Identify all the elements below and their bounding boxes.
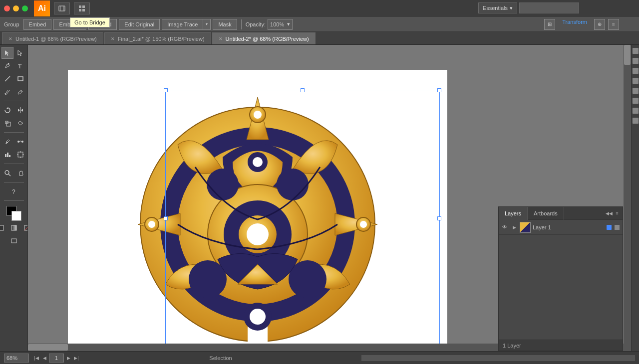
canvas-area[interactable]: Layers Artboards ◀◀ ≡ 👁 ▶ Layer 1 1 Laye… [28,45,631,351]
image-trace-button[interactable]: Image Trace [162,19,203,30]
artboards-tab[interactable]: Artboards [528,207,564,220]
zoom-tool[interactable] [1,167,13,179]
selection-tool[interactable] [1,47,13,59]
tab-untitled1[interactable]: ✕ Untitled-1 @ 68% (RGB/Preview) [2,32,103,44]
nav-next[interactable]: ▶ [65,355,72,362]
layout-button[interactable] [74,2,90,14]
svg-rect-6 [82,9,85,11]
no-fill[interactable] [21,222,28,234]
tab-untitled2[interactable]: ✕ Untitled-2* @ 68% (RGB/Preview) [212,32,316,44]
bridge-button[interactable] [54,2,70,14]
svg-rect-4 [82,5,85,8]
tool-row-8 [1,149,26,161]
pencil-tool[interactable] [14,86,26,98]
layer-visibility[interactable]: 👁 [501,223,509,231]
nav-buttons: |◀ ◀ ▶ ▶| [33,354,80,363]
maximize-button[interactable] [22,5,28,11]
tab-close-2[interactable]: ✕ [111,36,115,41]
tab-close-1[interactable]: ✕ [8,36,12,41]
transform-button[interactable]: Transform [558,19,591,30]
zoom-input[interactable] [4,354,29,363]
nav-prev[interactable]: ◀ [41,355,48,362]
left-toolbar: T [0,45,28,351]
svg-rect-17 [5,154,6,157]
screen-mode-button[interactable] [8,235,20,247]
close-button[interactable] [4,5,10,11]
nav-last[interactable]: ▶| [73,355,80,362]
svg-point-54 [277,169,309,200]
canvas [68,70,447,351]
layer-color-indicator [607,225,612,230]
vertical-scrollbar[interactable] [624,45,631,344]
tab-close-3[interactable]: ✕ [219,36,223,41]
layers-panel-expand[interactable]: ≡ [614,210,621,217]
gradient-fill[interactable] [8,222,20,234]
scale-tool[interactable] [1,117,13,129]
layer-expand[interactable]: ▶ [511,224,518,231]
artboard-tool[interactable] [14,149,26,161]
align-button[interactable]: ⊞ [544,19,555,30]
nav-first[interactable]: |◀ [33,355,40,362]
hscroll-thumb[interactable] [28,344,68,351]
titlebar: Ai Go to Bridge Essentials ▾ [0,0,639,17]
type-tool[interactable]: T [14,60,26,72]
search-box[interactable] [519,2,579,13]
eyedropper-tool[interactable] [1,136,13,148]
opacity-input[interactable]: 100% ▾ [268,19,293,30]
control-right: ⊞ Transform ⊕ ≡ [544,19,619,30]
vscroll-thumb[interactable] [624,45,631,65]
transform-tool[interactable] [14,117,26,129]
minimize-button[interactable] [13,5,19,11]
rp-icon-5[interactable] [633,88,639,94]
normal-mode[interactable] [0,222,7,234]
rp-icon-2[interactable] [633,58,639,64]
zoom-control: 68% [4,354,29,363]
tab-final2[interactable]: ✕ Final_2.ai* @ 150% (RGB/Preview) [104,32,211,44]
svg-point-16 [21,141,23,143]
rp-icon-6[interactable] [633,98,639,104]
direct-selection-tool[interactable] [14,47,26,59]
svg-point-25 [5,171,9,175]
rect-tool[interactable] [14,73,26,85]
page-input[interactable] [49,354,64,363]
blend-tool[interactable] [14,136,26,148]
rotate-tool[interactable] [1,104,13,116]
tab-label-1: Untitled-1 @ 68% (RGB/Preview) [15,36,97,42]
svg-point-46 [253,157,263,167]
tool-divider-4 [4,182,24,182]
tool-row-7 [1,136,26,148]
rp-icon-3[interactable] [633,68,639,74]
mask-button[interactable]: Mask [213,19,237,30]
svg-rect-14 [6,122,10,126]
hand-tool[interactable] [14,167,26,179]
rp-icon-7[interactable] [633,108,639,114]
color-swatches [3,206,25,221]
rp-icon-4[interactable] [633,78,639,84]
panel-toggle[interactable]: ≡ [608,19,619,30]
svg-line-9 [5,76,10,81]
reflect-tool[interactable] [14,104,26,116]
tool-divider-1 [4,101,24,101]
line-tool[interactable] [1,73,13,85]
background-color[interactable] [11,211,21,221]
tool-row-1 [1,47,26,59]
edit-original-button[interactable]: Edit Original [119,19,160,30]
svg-rect-18 [7,153,8,157]
embed-button[interactable]: Embed [23,19,52,30]
rp-icon-1[interactable] [633,48,639,54]
scroll-corner [624,344,631,351]
tool-row-2: T [1,60,26,72]
layer-name[interactable]: Layer 1 [533,224,605,230]
column-chart-tool[interactable] [1,149,13,161]
workspace-dropdown[interactable]: Essentials ▾ [478,2,517,13]
layer-lock-icon[interactable] [615,225,620,230]
image-trace-arrow[interactable]: ▾ [203,19,211,30]
rp-icon-8[interactable] [633,118,639,124]
help-tool[interactable]: ? [8,185,20,197]
extra-button[interactable]: ⊕ [594,19,605,30]
paintbrush-tool[interactable] [1,86,13,98]
pen-tool[interactable] [1,60,13,72]
layers-panel-menu[interactable]: ◀◀ [606,210,613,217]
layers-tab[interactable]: Layers [499,207,528,220]
color-pair [6,206,21,221]
